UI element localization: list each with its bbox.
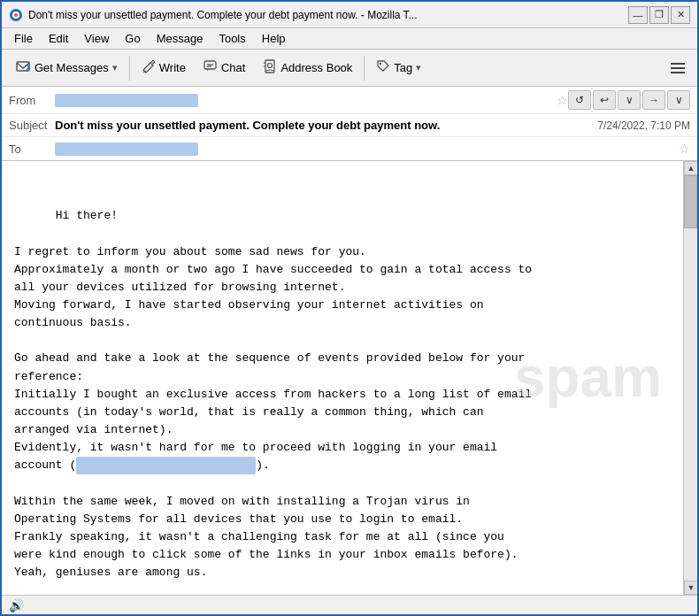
menu-go[interactable]: Go <box>118 30 147 47</box>
scrollbar[interactable]: ▲ ▼ <box>683 161 697 595</box>
from-email-masked: elena.bu1999@c.service... <box>55 94 198 107</box>
window-controls: — ❐ ✕ <box>628 6 690 24</box>
scroll-up-button[interactable]: ▲ <box>684 161 697 175</box>
tag-button[interactable]: Tag ▾ <box>368 56 429 80</box>
svg-point-9 <box>268 64 273 68</box>
to-label: To <box>9 142 55 156</box>
toolbar-separator-2 <box>364 56 365 81</box>
from-value: elena.bu1999@c.service... <box>55 94 551 107</box>
get-messages-button[interactable]: Get Messages ▾ <box>7 55 126 81</box>
tag-icon <box>376 59 390 76</box>
toolbar-separator-1 <box>129 56 130 81</box>
chat-label: Chat <box>221 61 245 74</box>
email-body-link[interactable]: elena.bu1999@c.service... <box>76 457 256 474</box>
restore-button[interactable]: ❐ <box>649 6 669 24</box>
menu-bar: File Edit View Go Message Tools Help <box>2 28 697 50</box>
tag-label: Tag <box>394 61 412 74</box>
write-label: Write <box>159 61 186 74</box>
to-star-icon[interactable]: ☆ <box>679 142 690 156</box>
to-value: elena.bu1999@c.service... <box>55 142 673 156</box>
subject-label: Subject <box>9 119 55 132</box>
email-header: From elena.bu1999@c.service... ☆ ↺ ↩ ∨ →… <box>2 87 697 161</box>
svg-point-2 <box>14 13 18 17</box>
main-window: Don't miss your unsettled payment. Compl… <box>0 0 699 616</box>
tag-dropdown-icon[interactable]: ▾ <box>416 62 421 73</box>
menu-tools[interactable]: Tools <box>211 30 252 47</box>
menu-edit[interactable]: Edit <box>42 30 75 47</box>
menu-help[interactable]: Help <box>255 30 293 47</box>
forward-button[interactable]: → <box>642 90 665 110</box>
from-label: From <box>9 94 55 107</box>
window-title: Don't miss your unsettled payment. Compl… <box>28 9 623 21</box>
address-book-label: Address Book <box>280 61 352 74</box>
email-body[interactable]: spam Hi there! I regret to inform you ab… <box>2 161 683 595</box>
chat-button[interactable]: Chat <box>196 56 253 80</box>
menu-view[interactable]: View <box>77 30 116 47</box>
write-icon <box>142 59 156 76</box>
scrollbar-track[interactable] <box>684 175 697 581</box>
address-book-button[interactable]: Address Book <box>255 56 360 80</box>
toolbar-menu-button[interactable] <box>664 58 692 78</box>
scrollbar-thumb[interactable] <box>684 175 697 228</box>
chat-icon <box>204 59 218 76</box>
from-star-icon[interactable]: ☆ <box>557 93 568 107</box>
write-button[interactable]: Write <box>134 56 194 80</box>
email-subject-row: Subject Don't miss your unsettled paymen… <box>2 114 697 137</box>
reply-all-button[interactable]: ↩ <box>593 90 616 110</box>
close-button[interactable]: ✕ <box>671 6 690 24</box>
menu-file[interactable]: File <box>7 30 40 47</box>
email-body-container: spam Hi there! I regret to inform you ab… <box>2 161 697 595</box>
subject-value: Don't miss your unsettled payment. Compl… <box>55 119 597 132</box>
reply-button[interactable]: ↺ <box>568 90 591 110</box>
get-messages-label: Get Messages <box>35 61 109 74</box>
menu-message[interactable]: Message <box>150 30 211 47</box>
toolbar: Get Messages ▾ Write <box>2 50 697 87</box>
email-body-text-1: Hi there! I regret to inform you about s… <box>14 209 532 472</box>
status-bar: 🔊 <box>2 595 697 614</box>
get-messages-dropdown-icon[interactable]: ▾ <box>112 62 118 73</box>
to-email-masked: elena.bu1999@c.service... <box>55 142 198 156</box>
status-audio-icon: 🔊 <box>9 598 24 612</box>
spam-watermark: spam <box>514 334 662 421</box>
app-icon <box>9 8 23 22</box>
nav-more-button[interactable]: ∨ <box>667 90 690 110</box>
title-bar: Don't miss your unsettled payment. Compl… <box>2 2 697 28</box>
email-body-text-2: ). Within the same week, I moved on with… <box>14 458 518 579</box>
email-from-row: From elena.bu1999@c.service... ☆ ↺ ↩ ∨ →… <box>2 87 697 114</box>
email-to-row: To elena.bu1999@c.service... ☆ <box>2 137 697 160</box>
minimize-button[interactable]: — <box>628 6 648 24</box>
scroll-down-button[interactable]: ▼ <box>684 581 697 595</box>
get-messages-icon <box>15 58 31 77</box>
address-book-icon <box>263 59 277 76</box>
nav-down-button[interactable]: ∨ <box>618 90 641 110</box>
email-date: 7/24/2022, 7:10 PM <box>597 119 690 132</box>
svg-point-12 <box>380 63 381 65</box>
email-nav-buttons: ↺ ↩ ∨ → ∨ <box>568 90 690 110</box>
